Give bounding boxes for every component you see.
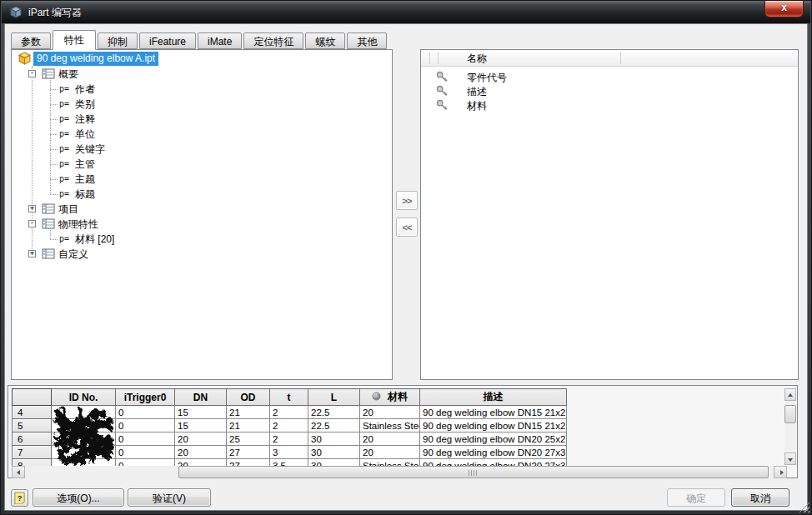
col-description[interactable]: 描述 [420,389,567,406]
cell-l[interactable]: 22.5 [308,419,360,432]
cell-id[interactable] [52,446,116,459]
cell-itrigger[interactable]: 0 [116,406,175,419]
tree-item-title[interactable]: p= 标题 [12,187,392,202]
cell-od[interactable]: 25 [227,432,270,446]
col-t[interactable]: t [270,389,308,406]
cell-description[interactable]: 90 deg welding elbow DN20 25x2 [420,432,567,446]
tab-properties[interactable]: 特性 [53,30,96,50]
cell-dn[interactable]: 15 [175,406,227,419]
row-number[interactable]: 4 [13,406,52,419]
cell-itrigger[interactable]: 0 [116,446,175,459]
horizontal-scroll-thumb[interactable] [178,466,769,478]
property-row-part-number[interactable]: 零件代号 [421,70,798,84]
resize-grip[interactable] [799,502,809,512]
table-row[interactable]: 6 0 20 25 2 30 20 90 deg welding elbow D… [13,432,567,446]
tab-imate[interactable]: iMate [198,32,242,49]
cell-description[interactable]: 90 deg welding elbow DN20 27x3.5 [420,459,567,467]
tree-item-custom[interactable]: 自定义 [12,247,392,262]
cell-l[interactable]: 30 [308,446,360,459]
cell-id[interactable] [52,459,116,467]
tab-suppression[interactable]: 抑制 [98,32,138,49]
tree-item-units[interactable]: p= 单位 [12,127,392,142]
cell-t[interactable]: 2 [270,432,308,446]
table-row[interactable]: 4 0 15 21 2 22.5 20 90 deg welding elbow… [13,406,567,419]
tab-other[interactable]: 其他 [347,32,387,49]
cell-id[interactable] [52,432,116,446]
cell-dn[interactable]: 20 [175,459,227,467]
cell-itrigger[interactable]: 0 [116,459,175,467]
row-number[interactable]: 5 [13,419,52,432]
cell-l[interactable]: 30 [308,459,360,467]
cell-material[interactable]: 20 [360,432,420,446]
tree-item-project[interactable]: 项目 [12,202,392,217]
cell-material[interactable]: Stainless Steel [360,419,420,432]
remove-property-button[interactable]: << [396,218,418,237]
cell-dn[interactable]: 20 [175,432,227,446]
tree-item-comments[interactable]: p= 注释 [12,112,392,127]
tree-item-root-part[interactable]: 90 deg welding elbow A.ipt [12,52,392,67]
tab-ifeature[interactable]: iFeature [139,32,196,49]
cell-description[interactable]: 90 deg welding elbow DN15 21x2 [420,406,567,419]
scroll-right-button[interactable] [774,466,787,478]
cell-dn[interactable]: 15 [175,419,227,432]
expand-icon[interactable] [28,205,36,212]
tree-item-manager[interactable]: p= 主管 [12,157,392,172]
ok-button[interactable]: 确定 [667,488,725,507]
col-id-no[interactable]: ID No. [52,389,116,406]
col-material[interactable]: 材料 [360,389,420,406]
tree-item-physical-properties[interactable]: 物理特性 [12,217,392,232]
scroll-up-button[interactable] [784,388,796,401]
tab-threads[interactable]: 螺纹 [305,32,345,49]
vertical-scroll-thumb[interactable] [784,405,796,423]
cell-description[interactable]: 90 deg welding elbow DN20 27x3 [420,446,567,459]
expand-icon[interactable] [28,250,36,258]
col-od[interactable]: OD [227,389,270,406]
property-row-material[interactable]: 材料 [421,98,798,112]
collapse-icon[interactable] [28,220,36,228]
cell-itrigger[interactable]: 0 [116,432,175,446]
row-number-column-header[interactable] [13,389,52,406]
cell-itrigger[interactable]: 0 [116,419,175,432]
cell-material[interactable]: Stainless Steel [360,459,420,467]
cell-t[interactable]: 2 [270,419,308,432]
row-number[interactable]: 6 [13,432,52,446]
col-dn[interactable]: DN [175,389,227,406]
tree-item-material[interactable]: p= 材料 [20] [12,232,392,247]
table-row[interactable]: 8 0 20 27 3.5 30 Stainless Steel 90 deg … [13,459,567,467]
cell-od[interactable]: 21 [227,419,270,432]
table-row[interactable]: 7 0 20 27 3 30 20 90 deg welding elbow D… [13,446,567,459]
selected-properties-panel[interactable]: 名称 零件代号 描述 [420,49,799,380]
cell-t[interactable]: 3.5 [270,459,308,467]
verify-button[interactable]: 验证(V) [128,488,211,507]
grid-viewport[interactable]: ID No. iTrigger0 DN OD t L 材料 描述 [12,388,575,466]
tree-item-keywords[interactable]: p= 关键字 [12,142,392,157]
options-button[interactable]: 选项(O)... [33,488,124,507]
cell-t[interactable]: 3 [270,446,308,459]
table-row[interactable]: 5 0 15 21 2 22.5 Stainless Steel 90 deg … [13,419,567,432]
cell-od[interactable]: 27 [227,459,270,467]
help-button[interactable]: ? [11,489,28,507]
cell-id[interactable] [52,406,116,419]
row-number[interactable]: 7 [13,446,52,459]
cell-dn[interactable]: 20 [175,446,227,459]
cell-description[interactable]: 90 deg welding elbow DN15 21x2 [420,419,567,432]
add-property-button[interactable]: >> [396,191,418,210]
col-l[interactable]: L [308,389,360,406]
cell-material[interactable]: 20 [360,406,420,419]
tree-item-subject[interactable]: p= 主题 [12,172,392,187]
row-number[interactable]: 8 [13,459,52,467]
collapse-icon[interactable] [28,70,36,78]
close-button[interactable]: x [764,1,804,18]
cancel-button[interactable]: 取消 [731,488,789,507]
vertical-scrollbar[interactable] [784,388,796,465]
cell-t[interactable]: 2 [270,406,308,419]
tree-item-summary[interactable]: 概要 [12,67,392,82]
horizontal-scrollbar[interactable] [12,466,787,478]
cell-od[interactable]: 27 [227,446,270,459]
scroll-left-button[interactable] [12,466,25,478]
cell-id[interactable] [52,419,116,432]
titlebar[interactable]: iPart 编写器 x [2,1,810,23]
tab-work-features[interactable]: 定位特征 [243,32,303,49]
cell-l[interactable]: 22.5 [308,406,360,419]
tree-item-author[interactable]: p= 作者 [12,82,392,97]
